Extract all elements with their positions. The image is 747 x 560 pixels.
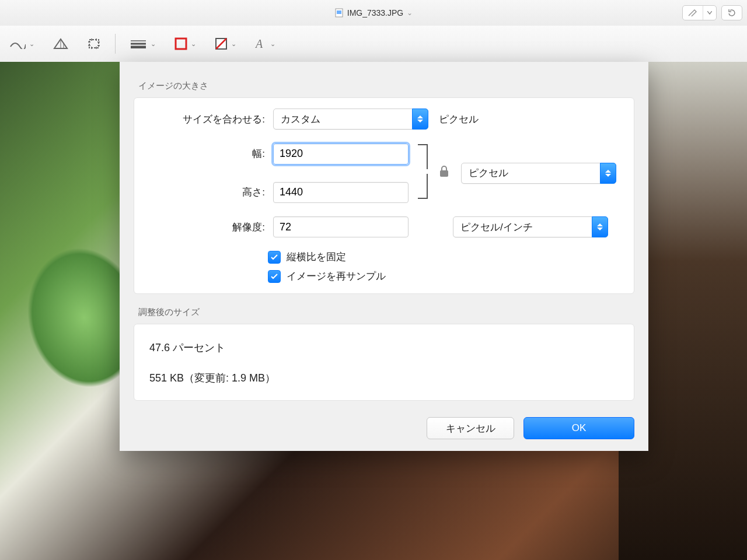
fit-label: サイズを合わせる:	[148, 113, 273, 126]
rotate-button-group	[721, 5, 742, 20]
lock-icon	[439, 165, 449, 181]
resolution-unit-value: ピクセル/インチ	[460, 220, 533, 234]
resample-label: イメージを再サンプル	[287, 270, 386, 283]
resample-checkbox[interactable]	[268, 270, 281, 283]
chevron-down-icon: ⌄	[151, 40, 156, 48]
chevron-down-icon: ⌄	[231, 40, 236, 48]
markup-button-group	[682, 5, 717, 20]
svg-text:A: A	[255, 37, 263, 50]
select-stepper-icon	[592, 216, 608, 237]
tool-sketch[interactable]: ⌄	[0, 38, 44, 49]
resize-dialog: イメージの大きさ サイズを合わせる: カスタム ピクセル 幅:	[120, 62, 648, 451]
size-unit-value: ピクセル	[469, 166, 508, 180]
toolbar-separator	[115, 34, 116, 54]
chevron-down-icon: ⌄	[191, 40, 196, 48]
dimensions-block: 幅: 高さ:	[148, 144, 409, 203]
section-result: 調整後のサイズ	[138, 307, 634, 318]
section-image-size: イメージの大きさ	[138, 80, 634, 92]
fit-select-value: カスタム	[281, 113, 320, 126]
dialog-buttons: キャンセル OK	[134, 417, 634, 439]
svg-rect-13	[440, 170, 448, 177]
image-size-group: サイズを合わせる: カスタム ピクセル 幅: 高さ:	[134, 97, 634, 294]
title-dropdown-icon[interactable]: ⌄	[407, 9, 413, 17]
height-label: 高さ:	[148, 186, 273, 199]
result-group: 47.6 パーセント 551 KB（変更前: 1.9 MB）	[134, 324, 634, 401]
aspect-lock-row: 縦横比を固定	[268, 250, 620, 264]
aspect-lock-label: 縦横比を固定	[287, 250, 346, 264]
markup-button[interactable]	[683, 6, 703, 20]
markup-dropdown[interactable]	[703, 6, 716, 20]
chevron-down-icon: ⌄	[270, 40, 275, 48]
chevron-down-icon: ⌄	[29, 40, 34, 48]
fit-select[interactable]: カスタム	[273, 108, 428, 130]
height-row: 高さ:	[148, 182, 409, 203]
rotate-button[interactable]	[722, 6, 742, 20]
file-icon	[334, 8, 344, 18]
tool-crop[interactable]	[78, 37, 110, 50]
tool-text-style[interactable]: A ⌄	[246, 37, 285, 50]
width-row: 幅:	[148, 144, 409, 164]
svg-rect-1	[337, 10, 341, 14]
aspect-lock-checkbox[interactable]	[268, 251, 281, 264]
resample-row: イメージを再サンプル	[268, 270, 620, 283]
fit-row: サイズを合わせる: カスタム ピクセル	[148, 108, 620, 130]
aspect-bracket-icon	[417, 142, 433, 204]
fit-unit: ピクセル	[439, 113, 479, 126]
ok-button[interactable]: OK	[523, 417, 634, 439]
resolution-label: 解像度:	[148, 220, 273, 234]
result-filesize: 551 KB（変更前: 1.9 MB）	[149, 371, 620, 385]
select-stepper-icon	[600, 163, 616, 184]
markup-toolbar: ⌄ ⌄ ⌄ ⌄ A ⌄	[0, 26, 747, 62]
resolution-unit-select[interactable]: ピクセル/インチ	[453, 216, 608, 237]
width-label: 幅:	[148, 147, 273, 160]
tool-line-weight[interactable]: ⌄	[120, 39, 165, 48]
dimensions-row: 幅: 高さ: ピクセル	[148, 142, 620, 204]
titlebar-right	[678, 0, 742, 26]
result-percent: 47.6 パーセント	[149, 341, 620, 355]
window-titlebar: IMG_7333.JPG ⌄	[0, 0, 747, 26]
window-title: IMG_7333.JPG	[347, 8, 404, 18]
width-input[interactable]	[273, 144, 409, 164]
tool-stroke-color[interactable]: ⌄	[165, 37, 205, 50]
svg-rect-9	[176, 38, 186, 49]
resolution-input[interactable]	[273, 216, 409, 237]
resolution-row: 解像度: ピクセル/インチ	[148, 216, 620, 237]
select-stepper-icon	[412, 108, 428, 130]
svg-rect-5	[89, 40, 99, 48]
tool-fill-color[interactable]: ⌄	[205, 37, 246, 50]
height-input[interactable]	[273, 182, 409, 203]
tool-adjust[interactable]	[44, 38, 78, 50]
cancel-button[interactable]: キャンセル	[427, 417, 514, 439]
size-unit-select[interactable]: ピクセル	[461, 163, 616, 184]
